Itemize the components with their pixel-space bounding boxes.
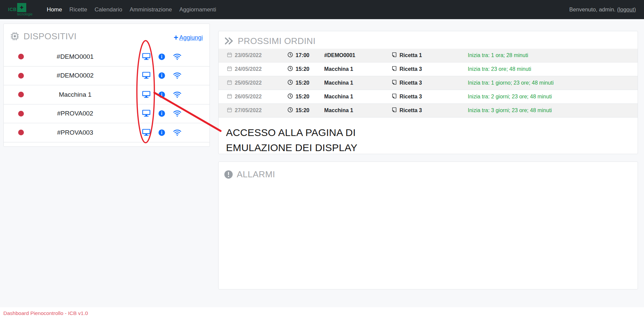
order-row: 25/05/2022 15:20 Macchina 1 bbox=[219, 76, 638, 90]
display-emulation-button[interactable] bbox=[142, 128, 151, 137]
device-actions bbox=[142, 52, 182, 61]
wifi-button[interactable] bbox=[173, 52, 182, 61]
order-recipe: Ricetta 3 bbox=[400, 66, 422, 72]
display-emulation-button[interactable] bbox=[142, 109, 151, 118]
logout-link[interactable]: (logout) bbox=[617, 6, 636, 12]
welcome-prefix: Benvenuto, admin. bbox=[569, 6, 617, 12]
info-button[interactable] bbox=[157, 71, 166, 80]
recipe-icon bbox=[391, 52, 397, 59]
add-device-label: Aggiungi bbox=[179, 34, 203, 41]
info-icon bbox=[158, 53, 165, 60]
order-row: 23/05/2022 17:00 #DEMO0001 bbox=[219, 49, 638, 62]
order-time: 17:00 bbox=[296, 52, 309, 58]
order-time: 15:20 bbox=[296, 80, 309, 86]
clock-icon bbox=[287, 79, 293, 87]
wifi-button[interactable] bbox=[173, 90, 182, 99]
nav-link-aggiornamenti[interactable]: Aggiornamenti bbox=[176, 3, 220, 16]
clock-icon bbox=[287, 52, 293, 59]
info-icon bbox=[158, 91, 165, 98]
display-icon bbox=[142, 91, 151, 99]
order-starts-in: Inizia tra: 1 giorno; 23 ore; 48 minuti bbox=[468, 80, 554, 86]
order-time: 15:20 bbox=[296, 66, 309, 72]
status-dot bbox=[18, 73, 24, 79]
order-row: 27/05/2022 15:20 Macchina 1 bbox=[219, 104, 638, 118]
info-button[interactable] bbox=[157, 128, 166, 137]
display-emulation-button[interactable] bbox=[142, 90, 151, 99]
status-dot bbox=[18, 92, 24, 97]
order-row: 24/05/2022 15:20 Macchina 1 bbox=[219, 62, 638, 76]
order-recipe: Ricetta 3 bbox=[400, 80, 422, 86]
display-emulation-button[interactable] bbox=[142, 71, 151, 80]
order-machine: Macchina 1 bbox=[324, 66, 353, 72]
device-list: #DEMO0001 bbox=[4, 47, 210, 142]
brand-star-icon: ✦ bbox=[17, 3, 26, 12]
display-emulation-button[interactable] bbox=[142, 52, 151, 61]
orders-panel-title: PROSSIMI ORDINI bbox=[238, 36, 315, 46]
orders-panel-header: PROSSIMI ORDINI bbox=[219, 31, 638, 49]
calendar-icon bbox=[227, 93, 232, 100]
wifi-icon bbox=[173, 72, 182, 80]
info-button[interactable] bbox=[157, 52, 166, 61]
clock-icon bbox=[287, 93, 293, 100]
wifi-icon bbox=[173, 109, 182, 118]
display-icon bbox=[142, 129, 151, 137]
calendar-icon bbox=[227, 107, 232, 114]
nav-link-home[interactable]: Home bbox=[43, 3, 66, 16]
calendar-icon bbox=[227, 52, 232, 59]
device-row: #PROVA003 bbox=[4, 123, 210, 142]
order-starts-in: Inizia tra: 3 giorni; 23 ore; 48 minuti bbox=[468, 107, 552, 113]
clock-icon bbox=[287, 65, 293, 73]
recipe-icon bbox=[391, 107, 397, 114]
nav-link-ricette[interactable]: Ricette bbox=[66, 3, 91, 16]
wifi-button[interactable] bbox=[173, 128, 182, 137]
order-starts-in: Inizia tra: 23 ore; 48 minuti bbox=[468, 66, 531, 72]
device-name: #DEMO0001 bbox=[24, 53, 126, 60]
order-starts-in: Inizia tra: 1 ora; 28 minuti bbox=[468, 52, 528, 58]
devices-panel-title: DISPOSITIVI bbox=[24, 31, 77, 42]
alarms-panel-title: ALLARMI bbox=[237, 169, 275, 180]
double-chevron-icon bbox=[224, 37, 234, 45]
plus-icon: + bbox=[174, 34, 178, 42]
top-navbar: ICB ✦ tecnologie HomeRicetteCalendarioAm… bbox=[0, 0, 644, 19]
clock-icon bbox=[287, 107, 293, 114]
nav-link-calendario[interactable]: Calendario bbox=[91, 3, 126, 16]
info-button[interactable] bbox=[157, 90, 166, 99]
device-row: Macchina 1 bbox=[4, 85, 210, 104]
footer-text: Dashboard Pienocontrollo - ICB v1.0 bbox=[3, 310, 88, 316]
wifi-icon bbox=[173, 53, 182, 61]
device-actions bbox=[142, 71, 182, 80]
device-name: #PROVA002 bbox=[24, 110, 126, 117]
calendar-icon bbox=[227, 66, 232, 73]
order-date: 25/05/2022 bbox=[235, 80, 262, 86]
info-button[interactable] bbox=[157, 109, 166, 118]
order-date: 27/05/2022 bbox=[235, 107, 262, 113]
device-row: #PROVA002 bbox=[4, 104, 210, 124]
device-actions bbox=[142, 128, 182, 137]
nav-link-amministrazione[interactable]: Amministrazione bbox=[126, 3, 176, 16]
add-device-link[interactable]: + Aggiungi bbox=[174, 34, 203, 42]
nav-item-amministrazione: Amministrazione bbox=[126, 3, 176, 16]
order-time: 15:20 bbox=[296, 107, 309, 113]
device-actions bbox=[142, 109, 182, 118]
device-actions bbox=[142, 90, 182, 99]
order-row: 26/05/2022 15:20 Macchina 1 bbox=[219, 90, 638, 104]
welcome-text: Benvenuto, admin. (logout) bbox=[569, 6, 636, 13]
device-name: #DEMO0002 bbox=[24, 72, 126, 79]
devices-panel: DISPOSITIVI + Aggiungi #DEMO0001 bbox=[3, 24, 210, 147]
microchip-icon bbox=[10, 31, 20, 41]
display-icon bbox=[142, 109, 151, 118]
nav-item-home: Home bbox=[43, 3, 66, 16]
brand-logo[interactable]: ICB ✦ tecnologie bbox=[8, 2, 34, 17]
wifi-button[interactable] bbox=[173, 109, 182, 118]
device-name: Macchina 1 bbox=[24, 91, 126, 98]
order-machine: Macchina 1 bbox=[324, 107, 353, 113]
brand-text: ICB bbox=[8, 7, 17, 12]
recipe-icon bbox=[391, 65, 397, 73]
wifi-button[interactable] bbox=[173, 71, 182, 80]
nav-item-calendario: Calendario bbox=[91, 3, 126, 16]
order-starts-in: Inizia tra: 2 giorni; 23 ore; 48 minuti bbox=[468, 94, 552, 100]
order-recipe: Ricetta 1 bbox=[400, 52, 422, 58]
status-dot bbox=[18, 130, 24, 135]
order-machine: Macchina 1 bbox=[324, 80, 353, 86]
status-dot bbox=[18, 111, 24, 117]
